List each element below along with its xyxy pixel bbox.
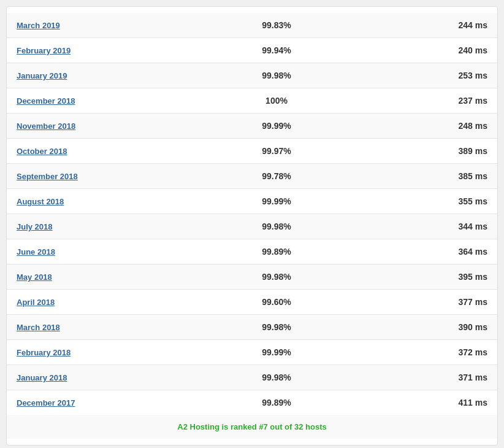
response-cell: 237 ms xyxy=(350,88,497,114)
uptime-cell: 99.89% xyxy=(203,239,350,265)
response-cell: 364 ms xyxy=(350,239,497,265)
table-row: July 201899.98%344 ms xyxy=(7,214,497,239)
table-row: November 201899.99%248 ms xyxy=(7,114,497,139)
month-link[interactable]: February 2019 xyxy=(17,46,71,55)
table-row: May 201899.98%395 ms xyxy=(7,265,497,290)
month-link[interactable]: November 2018 xyxy=(17,122,75,131)
table-row: January 201999.98%253 ms xyxy=(7,63,497,88)
month-link[interactable]: March 2019 xyxy=(17,21,60,30)
uptime-cell: 99.98% xyxy=(203,214,350,239)
table-row: September 201899.78%385 ms xyxy=(7,164,497,189)
uptime-cell: 99.99% xyxy=(203,114,350,139)
uptime-cell: 99.99% xyxy=(203,189,350,214)
footer-ranking: A2 Hosting is ranked #7 out of 32 hosts xyxy=(7,415,497,439)
response-cell: 240 ms xyxy=(350,38,497,63)
table-row: August 201899.99%355 ms xyxy=(7,189,497,214)
response-cell: 389 ms xyxy=(350,139,497,164)
table-row: February 201899.99%372 ms xyxy=(7,340,497,365)
table-row: December 201799.89%411 ms xyxy=(7,390,497,415)
month-link[interactable]: December 2018 xyxy=(17,96,75,106)
uptime-table: March 201999.83%244 msFebruary 201999.94… xyxy=(7,13,497,439)
main-container: March 201999.83%244 msFebruary 201999.94… xyxy=(6,6,498,446)
table-row: January 201899.98%371 ms xyxy=(7,365,497,390)
response-cell: 372 ms xyxy=(350,340,497,365)
response-cell: 385 ms xyxy=(350,164,497,189)
month-link[interactable]: September 2018 xyxy=(17,172,78,181)
table-row: March 201999.83%244 ms xyxy=(7,13,497,38)
uptime-cell: 99.83% xyxy=(203,13,350,38)
month-link[interactable]: March 2018 xyxy=(17,323,60,332)
response-cell: 344 ms xyxy=(350,214,497,239)
table-row: June 201899.89%364 ms xyxy=(7,239,497,265)
response-cell: 253 ms xyxy=(350,63,497,88)
month-link[interactable]: January 2019 xyxy=(17,71,67,80)
month-link[interactable]: February 2018 xyxy=(17,348,71,357)
table-row: March 201899.98%390 ms xyxy=(7,315,497,340)
uptime-cell: 99.98% xyxy=(203,365,350,390)
month-link[interactable]: August 2018 xyxy=(17,197,64,206)
month-link[interactable]: July 2018 xyxy=(17,222,53,231)
month-link[interactable]: June 2018 xyxy=(17,247,55,257)
month-link[interactable]: October 2018 xyxy=(17,147,67,156)
uptime-cell: 99.97% xyxy=(203,139,350,164)
month-link[interactable]: May 2018 xyxy=(17,272,52,282)
response-cell: 411 ms xyxy=(350,390,497,415)
response-cell: 371 ms xyxy=(350,365,497,390)
uptime-cell: 99.98% xyxy=(203,63,350,88)
table-row: October 201899.97%389 ms xyxy=(7,139,497,164)
uptime-cell: 99.78% xyxy=(203,164,350,189)
uptime-cell: 99.94% xyxy=(203,38,350,63)
month-link[interactable]: January 2018 xyxy=(17,373,67,382)
uptime-cell: 99.99% xyxy=(203,340,350,365)
response-cell: 244 ms xyxy=(350,13,497,38)
table-row: April 201899.60%377 ms xyxy=(7,290,497,315)
uptime-cell: 99.98% xyxy=(203,265,350,290)
response-cell: 395 ms xyxy=(350,265,497,290)
table-row: December 2018100%237 ms xyxy=(7,88,497,114)
response-cell: 377 ms xyxy=(350,290,497,315)
uptime-cell: 99.98% xyxy=(203,315,350,340)
uptime-cell: 99.89% xyxy=(203,390,350,415)
uptime-cell: 99.60% xyxy=(203,290,350,315)
table-row: February 201999.94%240 ms xyxy=(7,38,497,63)
month-link[interactable]: April 2018 xyxy=(17,298,55,307)
response-cell: 355 ms xyxy=(350,189,497,214)
uptime-cell: 100% xyxy=(203,88,350,114)
response-cell: 390 ms xyxy=(350,315,497,340)
month-link[interactable]: December 2017 xyxy=(17,398,75,407)
response-cell: 248 ms xyxy=(350,114,497,139)
